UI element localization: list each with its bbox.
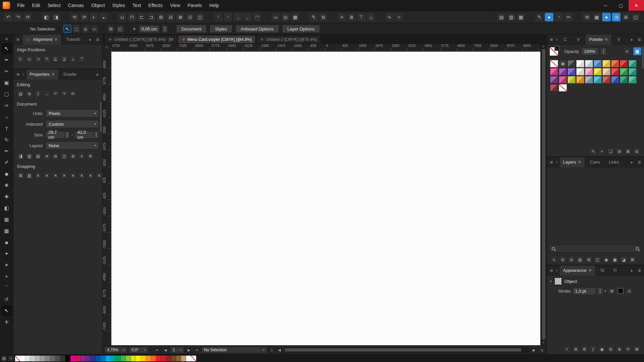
canvas[interactable] [111,52,540,345]
sketch-mode-icon[interactable]: ✏ [564,13,573,21]
selection-mode-tool[interactable]: ↖ [2,306,11,315]
align-spread-icon[interactable]: ⊓ [43,55,51,63]
color-swatch[interactable] [559,84,567,92]
zoom-search-icon[interactable] [636,247,639,250]
expand-panels-icon[interactable]: ⊞ [622,13,630,21]
color-swatch[interactable] [60,356,65,361]
minimize-button[interactable]: ─ [598,0,613,11]
width-field[interactable]: 29,7 cm [46,131,65,139]
add-appearance-icon[interactable]: + [563,345,571,353]
color-swatch[interactable] [611,76,619,83]
panel-expand-icon[interactable]: ▸ [88,37,93,42]
current-color-swatch[interactable] [549,47,558,56]
ellipse-tool[interactable]: ○ [2,112,11,122]
color-swatch[interactable] [191,356,196,361]
tab-gradient[interactable]: Gradie [60,69,80,79]
pen-tool[interactable]: ✑ [2,101,11,110]
color-swatch[interactable] [576,60,584,67]
color-swatch[interactable] [25,356,30,361]
redo-icon[interactable]: ↷ [14,13,22,21]
doc-option-icon[interactable]: ≡ [78,152,86,160]
tab-color[interactable]: C [560,35,571,45]
tab-palette[interactable]: Palette ⊗ [586,35,611,45]
color-swatch[interactable] [611,68,619,75]
path-crop-icon[interactable]: ⊡ [186,13,195,21]
gradient-tool[interactable]: ◧ [2,203,11,213]
corner-round-icon[interactable]: ◠ [253,13,262,21]
color-swatch[interactable] [594,60,602,67]
document-tab[interactable]: ⊗Untitled-1 [CMYK] [@75.4%] - [M [105,35,177,43]
bounds-icon[interactable]: ▭ [91,25,99,33]
scrollbar-thumb[interactable] [285,348,521,352]
color-swatch[interactable] [40,356,45,361]
align-objects-icon[interactable]: ≡ [337,13,346,21]
measure-tool[interactable]: ⌒ [2,283,11,293]
color-swatch[interactable] [550,84,558,92]
color-swatch[interactable] [176,356,181,361]
align-bottom-icon[interactable]: ⊥ [367,13,375,21]
color-swatch[interactable] [576,76,584,83]
menu-edit[interactable]: Edit [29,0,44,11]
path-unite-icon[interactable]: ⊔ [118,13,126,21]
artboard-select[interactable]: Custom ▾ [46,120,99,128]
panel-expand-icon[interactable]: ▸ [629,37,635,42]
color-swatch[interactable] [126,356,131,361]
scroll-up-icon[interactable]: ∧ [541,44,546,49]
next-page-button[interactable]: ▶ [186,347,192,353]
layer-list-icon[interactable]: ▤ [576,256,584,263]
list-view-icon[interactable]: ≡ [623,47,631,55]
object-row[interactable]: ▾ Object [547,276,644,286]
expand-appearance-icon[interactable]: ⊞ [572,345,580,353]
menu-file[interactable]: File [13,0,29,11]
color-swatch[interactable] [50,356,55,361]
menu-view[interactable]: View [166,0,184,11]
refresh-appearance-icon[interactable]: ⟳ [624,345,632,353]
snap-baseline-icon[interactable]: ✕ [95,172,103,179]
tab-variables[interactable]: V [573,35,584,45]
last-page-button[interactable]: ⇥ [194,347,200,353]
app-logo-icon[interactable] [3,2,10,9]
align-baseline-icon[interactable]: ⊤ [78,55,86,63]
path-subtract-icon[interactable]: ⊏ [137,13,146,21]
panels-icon[interactable]: ▦ [592,13,601,21]
snap-center-icon[interactable]: ✕ [69,172,77,179]
workspace-icon[interactable]: ◫ [631,13,640,21]
doc-option-icon[interactable]: ▥ [25,152,33,160]
color-swatch[interactable] [602,60,610,67]
link-dimensions-icon[interactable]: – [71,132,73,137]
corner-tl-icon[interactable]: ◜ [214,13,223,21]
panel-expand-icon[interactable]: ▸ [95,72,100,77]
layers-search[interactable] [549,244,642,253]
color-swatch[interactable] [106,356,111,361]
horizontal-scrollbar[interactable] [284,348,529,352]
layer-snapshot-icon[interactable]: ◉ [602,256,610,263]
menu-styles[interactable]: Styles [109,0,129,11]
height-field[interactable]: 42,0 cm [75,131,94,139]
path-trim-icon[interactable]: ⊟ [166,13,175,21]
simplify-icon[interactable]: ≈ [395,13,404,21]
panel-menu-icon[interactable]: ≣ [637,37,642,42]
color-swatch[interactable] [166,356,171,361]
new-doc-icon[interactable]: ▤ [17,90,24,98]
color-swatch[interactable] [45,356,50,361]
color-swatch[interactable] [585,60,593,67]
duplicate-shape-icon[interactable]: ⧉ [319,13,328,21]
color-swatch[interactable] [620,68,628,75]
color-swatch[interactable] [156,356,161,361]
color-swatch[interactable] [611,60,619,67]
redo-icon[interactable]: ↷ [60,90,68,98]
scroll-left-icon[interactable]: ◀ [276,347,282,353]
stroke-stepper[interactable]: ▴▾ [598,287,603,295]
registration-color-icon[interactable]: ⌖ [8,355,14,361]
snap-pixel-icon[interactable]: ▧ [25,172,33,179]
panel-close-icon[interactable]: ⊗ [15,72,21,77]
color-swatch[interactable] [101,356,106,361]
color-swatch[interactable] [594,76,602,83]
visibility-eye-icon[interactable]: ⊙ [625,287,633,295]
panel-grip-icon[interactable]: ‖ [556,38,558,42]
close-button[interactable]: ✕ [629,0,644,11]
snap-toggle-icon[interactable]: ◰ [116,25,124,33]
panel-expand-icon[interactable]: ▸ [629,160,635,165]
menu-text[interactable]: Text [129,0,145,11]
align-left-icon[interactable]: ⊏ [17,55,24,63]
